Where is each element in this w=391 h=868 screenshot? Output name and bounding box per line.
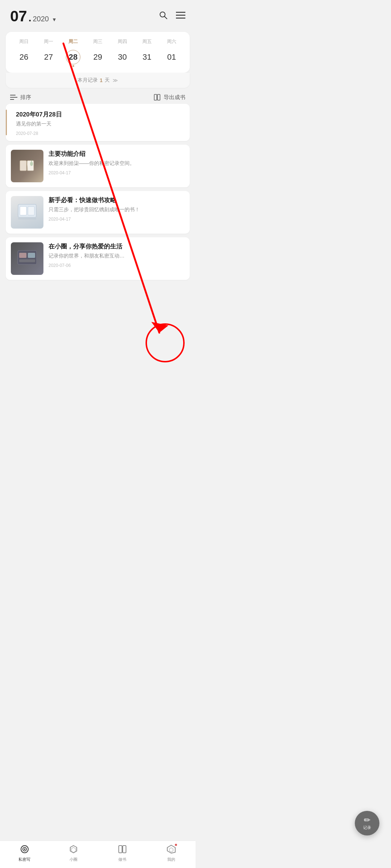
svg-rect-9 (157, 94, 160, 100)
entry-content-3: 在小圈，分享你热爱的生活 记录你的世界，和朋友私密互动… 2020-07-06 (49, 242, 185, 268)
entry-title-0: 2020年07月28日 (16, 110, 183, 119)
svg-rect-8 (154, 94, 157, 100)
weekday-fri: 周五 (135, 38, 159, 45)
svg-point-13 (30, 162, 33, 166)
weekday-tue: 周二 (61, 38, 85, 45)
entry-date-1: 2020-04-17 (49, 170, 185, 175)
book-icon (154, 94, 161, 101)
date-number-26: 26 (17, 50, 31, 64)
svg-rect-20 (19, 253, 26, 258)
month-record-unit: 天 (105, 77, 110, 84)
entry-subtitle-2: 只需三步，把珍贵回忆镌刻成唯一的书！ (49, 207, 185, 213)
chevron-down-icon: ▼ (52, 17, 57, 22)
entry-content-1: 主要功能介绍 欢迎来到拾柒——你的私密记录空间。 2020-04-17 (49, 150, 185, 175)
entry-title-3: 在小圈，分享你热爱的生活 (49, 242, 185, 251)
export-button[interactable]: 导出成书 (154, 94, 185, 101)
month-record-count: 1 (100, 77, 103, 83)
svg-rect-10 (20, 161, 26, 171)
date-number-29: 29 (91, 50, 105, 64)
month-record-prefix: 本月记录 (77, 77, 98, 84)
calendar-card: 周日 周一 周二 周三 周四 周五 周六 26 27 28 29 30 31 0… (6, 32, 190, 73)
entry-subtitle-3: 记录你的世界，和朋友私密互动… (49, 253, 185, 259)
entry-subtitle-0: 遇见你的第一天 (16, 121, 183, 127)
svg-rect-21 (28, 253, 35, 258)
weekday-thu: 周四 (110, 38, 135, 45)
svg-rect-11 (27, 161, 34, 171)
list-toolbar: 排序 导出成书 (0, 88, 196, 104)
entry-card-1[interactable]: 主要功能介绍 欢迎来到拾柒——你的私密记录空间。 2020-04-17 (6, 145, 190, 187)
date-number-31: 31 (140, 50, 154, 64)
date-number-28: 28 (66, 50, 80, 64)
menu-icon[interactable] (176, 11, 185, 21)
date-number-27: 27 (41, 50, 56, 64)
weekday-sat: 周六 (159, 38, 184, 45)
entry-thumbnail-3 (11, 242, 43, 275)
svg-point-23 (146, 324, 184, 362)
entry-card-0[interactable]: 2020年07月28日 遇见你的第一天 2020-07-28 (6, 104, 190, 141)
date-number-01: 01 (164, 50, 179, 64)
header-actions (159, 10, 185, 22)
entry-content-2: 新手必看：快速做书攻略 只需三步，把珍贵回忆镌刻成唯一的书！ 2020-04-1… (49, 196, 185, 222)
app-header: 07 . 2020 ▼ (0, 0, 196, 28)
header-date-title[interactable]: 07 . 2020 ▼ (10, 9, 57, 24)
entry-title-2: 新手必看：快速做书攻略 (49, 196, 185, 204)
date-29[interactable]: 29 (85, 48, 110, 68)
sort-label: 排序 (20, 94, 31, 101)
date-dot-28 (72, 65, 74, 67)
entry-thumbnail-1 (11, 150, 43, 182)
date-01[interactable]: 01 (159, 48, 184, 68)
header-dot: . (29, 12, 31, 24)
svg-line-1 (165, 17, 167, 19)
date-26[interactable]: 26 (12, 48, 36, 68)
date-28-today[interactable]: 28 (61, 48, 85, 68)
header-year: 2020 (33, 15, 49, 23)
month-record-bar[interactable]: 本月记录 1 天 ≫ (6, 73, 190, 88)
expand-icon: ≫ (113, 77, 118, 83)
header-month: 07 (10, 9, 27, 24)
calendar-dates: 26 27 28 29 30 31 01 (12, 48, 184, 68)
svg-marker-25 (151, 322, 168, 333)
entry-card-3[interactable]: 在小圈，分享你热爱的生活 记录你的世界，和朋友私密互动… 2020-07-06 (6, 237, 190, 280)
entry-accent-bar (6, 110, 7, 135)
entry-date-2: 2020-04-17 (49, 217, 185, 222)
entry-date-0: 2020-07-28 (16, 131, 183, 136)
search-icon[interactable] (159, 10, 168, 22)
weekday-sun: 周日 (12, 38, 36, 45)
date-31[interactable]: 31 (135, 48, 159, 68)
entry-subtitle-1: 欢迎来到拾柒——你的私密记录空间。 (49, 160, 185, 167)
export-label: 导出成书 (164, 94, 185, 101)
sort-icon (10, 94, 17, 101)
date-30[interactable]: 30 (110, 48, 135, 68)
svg-rect-17 (28, 207, 34, 215)
svg-rect-16 (20, 207, 26, 215)
entry-list: 2020年07月28日 遇见你的第一天 2020-07-28 主要功能介绍 欢迎… (0, 104, 196, 280)
entry-thumbnail-2 (11, 196, 43, 229)
sort-button[interactable]: 排序 (10, 94, 31, 101)
date-27[interactable]: 27 (36, 48, 61, 68)
svg-rect-22 (19, 259, 35, 262)
weekday-mon: 周一 (36, 38, 61, 45)
calendar-weekdays: 周日 周一 周二 周三 周四 周五 周六 (12, 38, 184, 45)
entry-title-1: 主要功能介绍 (49, 150, 185, 158)
entry-date-3: 2020-07-06 (49, 263, 185, 268)
date-number-30: 30 (115, 50, 130, 64)
weekday-wed: 周三 (85, 38, 110, 45)
entry-card-2[interactable]: 新手必看：快速做书攻略 只需三步，把珍贵回忆镌刻成唯一的书！ 2020-04-1… (6, 191, 190, 234)
